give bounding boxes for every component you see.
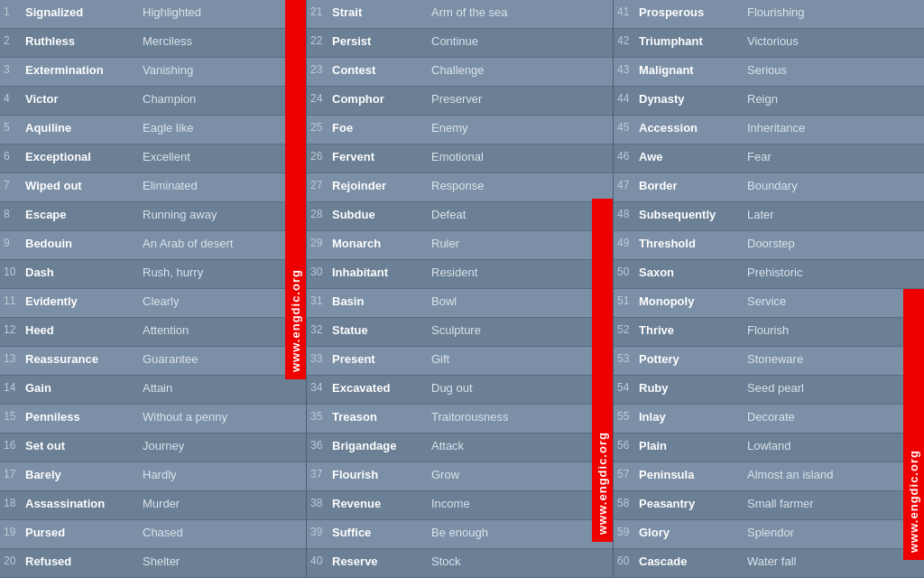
cell-definition: An Arab of desert — [139, 231, 306, 256]
cell-number: 24 — [307, 87, 328, 110]
cell-word: Assassination — [22, 491, 139, 516]
cell-word: Statue — [328, 318, 428, 342]
cell-number: 9 — [0, 231, 22, 255]
cell-word: Reassurance — [22, 347, 139, 371]
cell-definition: Dug out — [428, 376, 613, 400]
cell-definition: Journey — [139, 434, 306, 458]
table-row: 10DashRush, hurry — [0, 260, 306, 289]
cell-definition: Attention — [139, 318, 306, 342]
cell-definition: Serious — [744, 58, 924, 82]
cell-definition: Service — [744, 289, 924, 313]
table-row: 44DynastyReign — [614, 87, 924, 116]
table-row: 50SaxonPrehistoric — [614, 260, 924, 289]
cell-definition: Without a penny — [139, 405, 306, 429]
cell-number: 48 — [614, 202, 635, 226]
table-row: 13ReassuranceGuarantee — [0, 347, 306, 376]
table-row: 18AssassinationMurder — [0, 491, 306, 520]
table-row: 46AweFear — [614, 144, 924, 173]
cell-definition: Continue — [428, 29, 613, 53]
table-row: 45AccessionInheritance — [614, 116, 924, 144]
cell-word: Accession — [635, 116, 744, 140]
cell-word: Rejoinder — [328, 173, 428, 198]
table-row: 9BedouinAn Arab of desert — [0, 231, 306, 260]
watermark-2: www.engdic.org — [592, 199, 613, 542]
cell-word: Reserve — [328, 549, 428, 573]
section-2: www.engdic.org 21StraitArm of the sea22P… — [307, 0, 614, 578]
table-row: 60CascadeWater fall — [614, 549, 924, 578]
cell-word: Cascade — [635, 549, 744, 573]
table-row: 40ReserveStock — [307, 549, 613, 578]
cell-definition: Challenge — [428, 58, 613, 82]
cell-word: Monopoly — [635, 289, 744, 313]
cell-number: 57 — [614, 462, 635, 486]
cell-definition: Resident — [428, 260, 613, 284]
cell-number: 31 — [307, 289, 328, 312]
watermark-3: www.engdic.org — [903, 289, 924, 560]
cell-number: 45 — [614, 116, 635, 139]
cell-word: Basin — [328, 289, 428, 313]
table-row: 35TreasonTraitorousness — [307, 405, 613, 434]
cell-definition: Hardly — [139, 462, 306, 487]
cell-definition: Ruler — [428, 231, 613, 256]
cell-word: Refused — [22, 549, 139, 573]
table-row: 33PresentGift — [307, 347, 613, 376]
cell-word: Signalized — [22, 0, 139, 24]
cell-number: 8 — [0, 202, 22, 226]
cell-number: 28 — [307, 202, 328, 226]
table-row: 17BarelyHardly — [0, 462, 306, 491]
table-row: 52ThriveFlourish — [614, 318, 924, 347]
cell-number: 41 — [614, 0, 635, 23]
table-row: 20RefusedShelter — [0, 549, 306, 578]
table-row: 59GlorySplendor — [614, 520, 924, 549]
table-row: 31BasinBowl — [307, 289, 613, 318]
cell-number: 42 — [614, 29, 635, 52]
cell-definition: Eliminated — [139, 173, 306, 198]
cell-definition: Be enough — [428, 520, 613, 545]
cell-word: Victor — [22, 87, 139, 111]
cell-definition: Splendor — [744, 520, 924, 545]
table-row: 5AquilineEagle like — [0, 116, 306, 144]
cell-word: Ruthless — [22, 29, 139, 53]
cell-definition: Chased — [139, 520, 306, 545]
watermark-1: www.engdic.org — [285, 0, 306, 379]
cell-definition: Boundary — [744, 173, 924, 198]
cell-word: Inhabitant — [328, 260, 428, 284]
table-row: 39SufficeBe enough — [307, 520, 613, 549]
cell-number: 51 — [614, 289, 635, 312]
cell-definition: Arm of the sea — [428, 0, 613, 24]
cell-word: Foe — [328, 116, 428, 140]
cell-word: Strait — [328, 0, 428, 24]
cell-word: Present — [328, 347, 428, 371]
cell-word: Triumphant — [635, 29, 744, 53]
table-row: 14GainAttain — [0, 376, 306, 405]
cell-word: Fervent — [328, 144, 428, 169]
cell-number: 39 — [307, 520, 328, 544]
section-3: www.engdic.org 41ProsperousFlourishing42… — [614, 0, 924, 578]
cell-definition: Later — [744, 202, 924, 227]
cell-definition: Almost an island — [744, 462, 924, 487]
cell-word: Heed — [22, 318, 139, 342]
table-row: 4VictorChampion — [0, 87, 306, 116]
section-1: www.engdic.org 1SignalizedHighlighted2Ru… — [0, 0, 307, 578]
cell-number: 40 — [307, 549, 328, 573]
cell-definition: Inheritance — [744, 116, 924, 140]
cell-definition: Attack — [428, 434, 613, 458]
cell-word: Inlay — [635, 405, 744, 429]
cell-number: 3 — [0, 58, 22, 81]
cell-word: Exceptional — [22, 144, 139, 169]
table-row: 51MonopolyService — [614, 289, 924, 318]
cell-number: 49 — [614, 231, 635, 255]
table-row: 28SubdueDefeat — [307, 202, 613, 231]
cell-definition: Clearly — [139, 289, 306, 313]
table-row: 49ThresholdDoorstep — [614, 231, 924, 260]
cell-number: 34 — [307, 376, 328, 399]
table-row: 1SignalizedHighlighted — [0, 0, 306, 29]
cell-definition: Enemy — [428, 116, 613, 140]
table-row: 22PersistContinue — [307, 29, 613, 58]
cell-number: 16 — [0, 434, 22, 457]
cell-number: 56 — [614, 434, 635, 457]
cell-word: Gain — [22, 376, 139, 400]
cell-word: Barely — [22, 462, 139, 487]
cell-word: Brigandage — [328, 434, 428, 458]
cell-definition: Highlighted — [139, 0, 306, 24]
